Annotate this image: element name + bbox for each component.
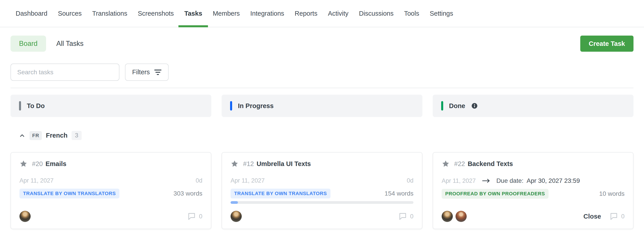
male-avatar[interactable] [230,211,242,222]
nav-item-dashboard[interactable]: Dashboard [16,0,48,27]
card-date-row: Apr 11, 2027 0d [230,177,414,184]
assignee-avatars [20,211,31,222]
column-label: Done [449,102,465,110]
nav-item-translations[interactable]: Translations [92,0,127,27]
in-progress-status-bar [230,101,232,111]
tasks-toolbar: Board All Tasks Create Task [0,36,644,52]
task-card-emails[interactable]: #20 Emails Apr 11, 2027 0d TRANSLATE BY … [10,152,211,229]
task-id: #22 [454,160,465,168]
column-header-todo: To Do [10,95,211,117]
task-id: #12 [243,160,254,168]
nav-item-screenshots[interactable]: Screenshots [138,0,174,27]
board-columns: To Do In Progress Done [0,95,644,117]
column-label: In Progress [238,102,274,110]
star-icon[interactable] [20,160,28,168]
collapse-group-button[interactable] [19,132,26,139]
task-title: Emails [46,160,66,168]
assignee-avatars [442,211,467,222]
comments[interactable]: 0 [610,212,624,220]
card-badge-row: PROOFREAD BY OWN PROOFREADERS 10 words [442,189,624,199]
female-avatar[interactable] [456,211,467,222]
due-date-label: Due date: [496,177,524,184]
nav-item-integrations[interactable]: Integrations [250,0,284,27]
start-date: Apr 11, 2027 [20,177,54,184]
start-date: Apr 11, 2027 [230,177,265,184]
comment-count: 0 [199,213,202,220]
card-badge-row: TRANSLATE BY OWN TRANSLATORS 303 words [20,189,202,198]
top-navigation: Dashboard Sources Translations Screensho… [0,0,644,27]
comment-count: 0 [621,213,624,220]
nav-item-activity[interactable]: Activity [328,0,348,27]
task-id: #20 [32,160,43,168]
star-icon[interactable] [442,160,450,168]
start-date: Apr 11, 2027 [442,177,476,184]
card-date-row: Apr 11, 2027 0d [20,177,202,184]
nav-item-tools[interactable]: Tools [404,0,419,27]
column-header-done: Done [433,95,634,117]
comment-icon [188,212,196,220]
comment-count: 0 [410,213,414,220]
filters-button[interactable]: Filters [125,64,168,81]
word-count: 154 words [384,190,414,197]
task-type-badge: TRANSLATE BY OWN TRANSLATORS [20,189,120,198]
language-code-badge: FR [30,131,42,140]
task-title: Backend Texts [468,160,513,168]
nav-item-members[interactable]: Members [213,0,240,27]
card-title-row: #12 Umbrella UI Texts [230,160,414,168]
tab-board[interactable]: Board [10,36,46,52]
nav-item-discussions[interactable]: Discussions [359,0,394,27]
info-icon[interactable] [471,102,478,109]
nav-item-settings[interactable]: Settings [430,0,453,27]
task-type-badge: TRANSLATE BY OWN TRANSLATORS [230,189,330,198]
column-header-in-progress: In Progress [222,95,422,117]
section-divider [10,88,634,88]
filters-button-label: Filters [132,69,150,76]
filter-lines-icon [154,70,162,75]
task-card-backend-texts[interactable]: #22 Backend Texts Apr 11, 2027 Due date:… [433,152,634,229]
task-cards-row: #20 Emails Apr 11, 2027 0d TRANSLATE BY … [0,152,644,229]
word-count: 303 words [174,190,202,197]
language-group-header: FR French 3 [0,131,644,140]
card-footer: 0 [20,211,202,222]
progress-bar [230,201,414,204]
assignee-avatars [230,211,242,222]
male-avatar[interactable] [20,211,31,222]
word-count: 10 words [599,190,624,197]
task-card-umbrella-ui-texts[interactable]: #12 Umbrella UI Texts Apr 11, 2027 0d TR… [222,152,422,229]
column-label: To Do [27,102,45,110]
task-title: Umbrella UI Texts [256,160,311,168]
progress-bar-fill [230,201,238,204]
language-name: French [46,132,68,139]
card-title-row: #22 Backend Texts [442,160,624,168]
nav-item-sources[interactable]: Sources [58,0,82,27]
todo-status-bar [19,101,21,111]
card-date-row: Apr 11, 2027 Due date: Apr 30, 2027 23:5… [442,177,624,184]
chevron-up-icon [19,132,26,139]
arrow-right-icon [482,178,490,184]
tab-all-tasks[interactable]: All Tasks [56,40,84,48]
star-icon[interactable] [230,160,238,168]
male-avatar[interactable] [442,211,453,222]
card-badge-row: TRANSLATE BY OWN TRANSLATORS 154 words [230,189,414,198]
done-status-bar [441,101,443,111]
comment-icon [610,212,618,220]
comments[interactable]: 0 [188,212,202,220]
nav-item-tasks[interactable]: Tasks [184,0,202,27]
comment-icon [398,212,407,220]
nav-item-reports[interactable]: Reports [295,0,318,27]
duration: 0d [196,177,202,184]
search-input[interactable] [10,64,120,81]
card-footer: Close 0 [442,211,624,222]
task-type-badge: PROOFREAD BY OWN PROOFREADERS [442,189,548,199]
search-row: Filters [0,64,644,81]
due-date-value: Apr 30, 2027 23:59 [526,177,580,184]
create-task-button[interactable]: Create Task [580,36,634,52]
card-footer: 0 [230,211,414,222]
comments[interactable]: 0 [398,212,414,220]
duration: 0d [407,177,414,184]
task-count-badge: 3 [72,131,82,140]
card-title-row: #20 Emails [20,160,202,168]
close-task-button[interactable]: Close [584,213,601,220]
